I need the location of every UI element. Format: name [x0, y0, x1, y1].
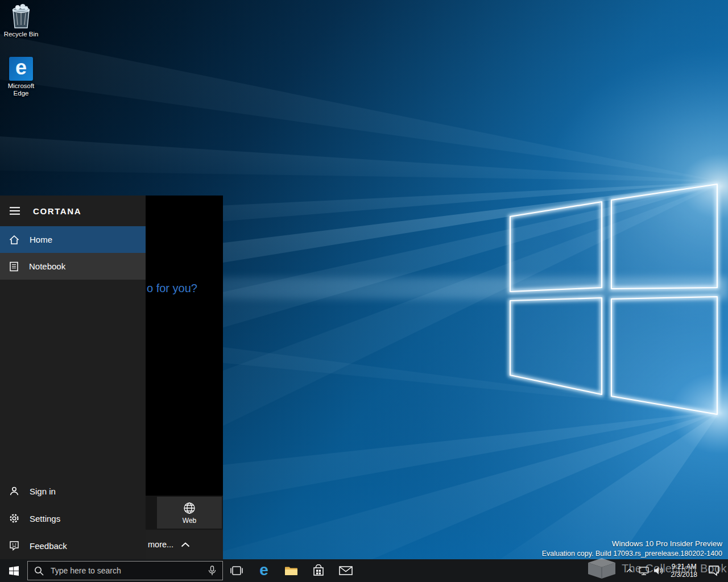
desktop-icon-label: Recycle Bin	[4, 31, 39, 38]
task-view-icon	[230, 565, 243, 576]
cortana-footer-nav: Sign in Settings Feedback	[0, 477, 146, 559]
system-tray: 9:21 AM 2/3/2018	[623, 559, 728, 582]
desktop-icon-microsoft-edge[interactable]: e Microsoft Edge	[0, 57, 42, 97]
build-watermark-line2: Evaluation copy. Build 17093.rs_prerelea…	[542, 549, 722, 558]
sidebar-item-label: Settings	[30, 514, 60, 523]
cortana-content-panel: o for you? Web more...	[146, 196, 223, 559]
file-explorer-icon	[284, 565, 298, 576]
sidebar-item-label: Sign in	[30, 487, 56, 496]
edge-icon: e	[259, 562, 268, 578]
taskbar-search-box[interactable]	[27, 561, 223, 580]
gear-icon	[9, 513, 19, 523]
build-watermark: Windows 10 Pro Insider Preview Evaluatio…	[542, 539, 722, 558]
home-icon	[9, 235, 19, 245]
sidebar-item-notebook[interactable]: Notebook	[0, 253, 146, 280]
build-watermark-line1: Windows 10 Pro Insider Preview	[542, 539, 722, 549]
taskbar-mail-button[interactable]	[332, 559, 359, 582]
action-center-icon	[708, 565, 719, 576]
cortana-title: CORTANA	[33, 206, 81, 216]
hamburger-menu-button[interactable]	[7, 205, 22, 217]
hamburger-icon	[10, 207, 20, 215]
taskbar-store-button[interactable]	[305, 559, 332, 582]
taskbar: e	[0, 559, 728, 582]
see-more-label: more...	[148, 540, 173, 549]
notebook-icon	[9, 261, 19, 272]
cortana-filter-strip: Web more...	[146, 496, 223, 559]
search-input[interactable]	[49, 566, 202, 576]
network-tray-button[interactable]	[636, 559, 651, 582]
network-icon	[639, 566, 649, 575]
sidebar-item-settings[interactable]: Settings	[0, 505, 146, 532]
web-filter-label: Web	[183, 517, 196, 525]
taskbar-clock[interactable]: 9:21 AM 2/3/2018	[666, 559, 702, 582]
volume-tray-button[interactable]	[651, 559, 666, 582]
microphone-icon[interactable]	[208, 566, 216, 576]
clock-date: 2/3/2018	[671, 571, 697, 579]
feedback-smiley-icon	[9, 541, 19, 551]
cortana-sidebar: CORTANA Home Notebook Sign in	[0, 196, 146, 559]
search-icon	[34, 566, 44, 576]
start-button[interactable]	[0, 559, 27, 582]
sidebar-item-home[interactable]: Home	[0, 226, 146, 253]
web-filter-button[interactable]: Web	[157, 497, 222, 529]
clock-time: 9:21 AM	[672, 563, 697, 571]
sidebar-item-label: Home	[30, 235, 52, 244]
cortana-results-area: o for you?	[146, 196, 223, 496]
hidden-icons-button[interactable]	[623, 559, 636, 582]
chevron-up-icon	[181, 542, 190, 547]
sidebar-item-feedback[interactable]: Feedback	[0, 532, 146, 559]
cortana-header: CORTANA	[0, 196, 146, 226]
sidebar-item-label: Feedback	[30, 541, 67, 551]
taskbar-edge-button[interactable]: e	[250, 559, 278, 582]
recycle-bin-icon	[10, 3, 32, 29]
chevron-up-icon	[626, 568, 633, 573]
action-center-button[interactable]	[702, 559, 726, 582]
volume-icon	[653, 566, 664, 575]
task-view-button[interactable]	[223, 559, 250, 582]
person-icon	[9, 486, 19, 496]
windows-start-icon	[9, 566, 19, 576]
globe-icon	[183, 501, 196, 515]
see-more-button[interactable]: more...	[146, 530, 223, 559]
desktop-icon-recycle-bin[interactable]: Recycle Bin	[0, 3, 42, 38]
desktop-icon-label: Microsoft Edge	[0, 82, 42, 97]
cortana-greeting-partial-text: o for you?	[147, 282, 197, 295]
sidebar-item-label: Notebook	[29, 261, 65, 271]
desktop: Recycle Bin e Microsoft Edge o for you? …	[0, 0, 728, 582]
taskbar-file-explorer-button[interactable]	[278, 559, 305, 582]
sidebar-item-sign-in[interactable]: Sign in	[0, 477, 146, 505]
store-icon	[312, 564, 325, 577]
edge-icon: e	[9, 57, 33, 81]
mail-icon	[339, 566, 353, 576]
